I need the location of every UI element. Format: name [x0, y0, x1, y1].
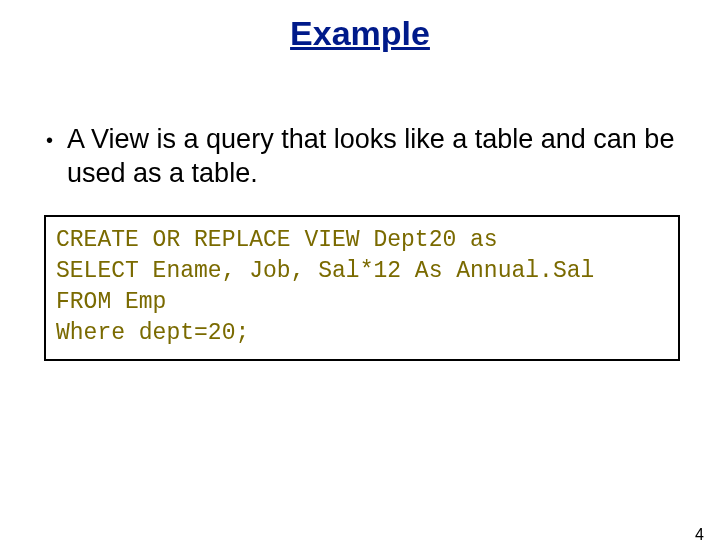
bullet-text: A View is a query that looks like a tabl…: [67, 123, 680, 191]
bullet-marker: •: [46, 123, 53, 157]
code-line-1: CREATE OR REPLACE VIEW Dept20 as: [56, 227, 498, 253]
code-line-4: Where dept=20;: [56, 320, 249, 346]
code-line-3: FROM Emp: [56, 289, 166, 315]
code-block: CREATE OR REPLACE VIEW Dept20 as SELECT …: [44, 215, 680, 361]
page-number: 4: [695, 526, 704, 540]
code-line-2: SELECT Ename, Job, Sal*12 As Annual.Sal: [56, 258, 594, 284]
slide: Example • A View is a query that looks l…: [0, 14, 720, 540]
slide-title: Example: [0, 14, 720, 53]
bullet-item: • A View is a query that looks like a ta…: [40, 123, 680, 191]
